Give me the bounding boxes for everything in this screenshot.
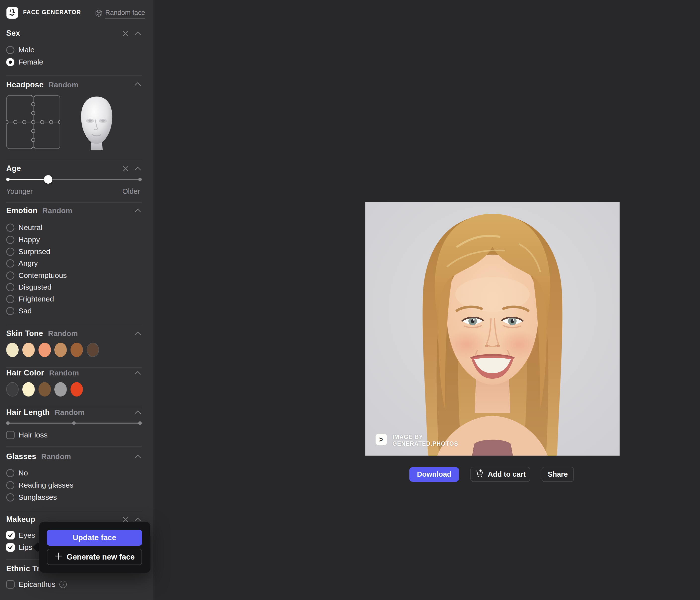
radio-option-neutral[interactable]: Neutral — [6, 221, 142, 234]
checkbox-hair-loss[interactable]: Hair loss — [6, 429, 142, 441]
radio-label: No — [18, 469, 28, 477]
checkbox-epicanthus[interactable]: Epicanthus i — [6, 578, 142, 590]
action-panel: Update face Generate new face — [39, 522, 150, 573]
section-mode: Random — [55, 408, 85, 417]
watermark-line2: GENERATED.PHOTOS — [393, 440, 458, 447]
radio-option-disgusted[interactable]: Disgusted — [6, 281, 142, 293]
skin-tone-swatch-6[interactable] — [86, 343, 99, 357]
age-min-label: Younger — [6, 187, 33, 195]
radio-option-contemptuous[interactable]: Contemptuous — [6, 269, 142, 281]
divider — [6, 446, 142, 447]
section-header-glasses: Glasses Random — [6, 452, 71, 461]
chevron-up-icon[interactable] — [134, 166, 142, 174]
hair-color-swatch-2[interactable] — [22, 382, 35, 396]
divider — [6, 511, 142, 511]
hair-color-swatch-1[interactable] — [6, 382, 19, 396]
radio-option-reading-glasses[interactable]: Reading glasses — [6, 479, 142, 491]
checkbox-label: Eyes — [19, 531, 35, 540]
checkbox-checked-icon[interactable] — [6, 531, 15, 540]
clear-section-icon[interactable] — [122, 165, 129, 173]
chevron-up-icon[interactable] — [134, 31, 142, 38]
skin-tone-swatch-5[interactable] — [71, 343, 83, 357]
radio-icon[interactable] — [6, 259, 15, 267]
download-button[interactable]: Download — [409, 467, 459, 481]
section-title: Glasses — [6, 452, 36, 461]
radio-icon[interactable] — [6, 271, 15, 280]
sidebar: FACE GENERATOR Random face Sex Mal — [0, 0, 153, 600]
checkbox-icon[interactable] — [6, 431, 15, 439]
chevron-up-icon[interactable] — [134, 331, 142, 338]
radio-option-surprised[interactable]: Surprised — [6, 246, 142, 258]
checkbox-icon[interactable] — [6, 580, 15, 589]
radio-icon[interactable] — [6, 481, 15, 489]
share-button[interactable]: Share — [542, 467, 574, 482]
slider-fill — [6, 179, 48, 180]
hair-color-swatch-5[interactable] — [71, 382, 83, 396]
random-face-label: Random face — [105, 9, 145, 19]
skin-tone-swatch-3[interactable] — [39, 343, 51, 357]
radio-icon[interactable] — [6, 307, 15, 315]
chevron-up-icon[interactable] — [134, 81, 142, 89]
skin-tone-swatch-1[interactable] — [6, 343, 19, 357]
face-logo-icon — [8, 8, 17, 18]
section-header-hair-color: Hair Color Random — [6, 368, 79, 377]
radio-option-male[interactable]: Male — [6, 44, 142, 56]
section-header-hair-length: Hair Length Random — [6, 408, 85, 417]
radio-option-frightened[interactable]: Frightened — [6, 293, 142, 305]
divider — [6, 407, 142, 407]
radio-option-angry[interactable]: Angry — [6, 257, 142, 269]
generate-new-face-button[interactable]: Generate new face — [47, 549, 142, 565]
section-title: Age — [6, 164, 21, 173]
chevron-up-icon[interactable] — [134, 208, 142, 215]
section-title: Hair Length — [6, 408, 50, 417]
divider — [6, 367, 142, 368]
divider — [6, 160, 142, 160]
radio-selected-icon[interactable] — [6, 58, 15, 66]
chevron-up-icon[interactable] — [134, 370, 142, 378]
radio-option-no-glasses[interactable]: No — [6, 467, 142, 479]
clear-section-icon[interactable] — [122, 30, 129, 37]
headpose-preview-head — [77, 95, 116, 151]
generated-photos-badge-icon: > — [376, 434, 387, 445]
headpose-grid-control[interactable] — [6, 95, 60, 150]
chevron-up-icon[interactable] — [134, 410, 142, 417]
radio-option-happy[interactable]: Happy — [6, 234, 142, 246]
app-logo — [6, 7, 18, 19]
section-mode: Random — [49, 369, 79, 377]
add-to-cart-button[interactable]: Add to cart — [470, 467, 530, 482]
generate-new-face-label: Generate new face — [67, 553, 135, 562]
app-title: FACE GENERATOR — [23, 9, 81, 16]
radio-option-female[interactable]: Female — [6, 56, 142, 68]
chevron-up-icon[interactable] — [134, 454, 142, 461]
age-slider-thumb[interactable] — [44, 175, 52, 184]
section-header-headpose: Headpose Random — [6, 80, 78, 89]
radio-option-sad[interactable]: Sad — [6, 305, 142, 317]
radio-icon[interactable] — [6, 247, 15, 256]
radio-label: Female — [18, 58, 43, 66]
hair-color-swatch-3[interactable] — [39, 382, 51, 396]
radio-icon[interactable] — [6, 46, 15, 54]
hair-color-swatch-4[interactable] — [54, 382, 67, 396]
section-mode: Random — [41, 452, 71, 461]
radio-label: Sad — [18, 307, 31, 315]
plus-icon — [54, 552, 62, 562]
section-mode: Random — [43, 206, 72, 215]
radio-icon[interactable] — [6, 236, 15, 244]
radio-option-sunglasses[interactable]: Sunglasses — [6, 491, 142, 503]
radio-icon[interactable] — [6, 224, 15, 232]
radio-icon[interactable] — [6, 295, 15, 303]
update-face-button[interactable]: Update face — [47, 530, 142, 546]
radio-icon[interactable] — [6, 493, 15, 501]
skin-tone-swatch-4[interactable] — [54, 343, 67, 357]
radio-label: Sunglasses — [18, 493, 57, 501]
section-title: Sex — [6, 29, 20, 38]
watermark: > IMAGE BY GENERATED.PHOTOS — [376, 434, 458, 447]
radio-icon[interactable] — [6, 283, 15, 291]
radio-icon[interactable] — [6, 469, 15, 477]
info-icon[interactable]: i — [59, 581, 67, 588]
skin-tone-swatch-2[interactable] — [22, 343, 35, 357]
radio-label: Neutral — [18, 223, 43, 232]
random-face-button[interactable]: Random face — [95, 9, 145, 19]
checkbox-checked-icon[interactable] — [6, 543, 15, 552]
checkbox-label: Lips — [19, 543, 32, 552]
